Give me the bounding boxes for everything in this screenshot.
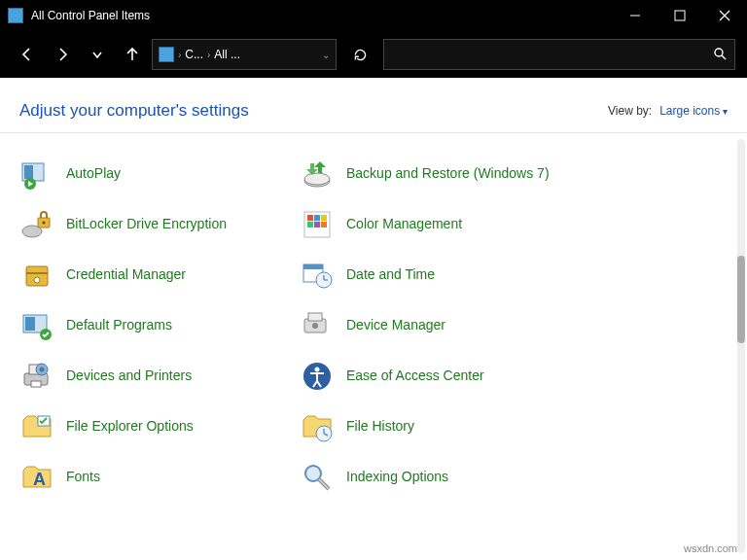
item-default-programs[interactable]: Default Programs — [19, 308, 272, 343]
item-file-history[interactable]: File History — [300, 409, 552, 444]
svg-rect-1 — [675, 11, 685, 20]
item-label: Devices and Printers — [66, 368, 192, 385]
autoplay-icon — [19, 157, 54, 192]
item-backup-restore[interactable]: Backup and Restore (Windows 7) — [300, 157, 552, 192]
item-bitlocker[interactable]: BitLocker Drive Encryption — [19, 207, 272, 242]
item-label: Device Manager — [346, 317, 445, 334]
control-panel-icon — [8, 8, 23, 23]
item-fonts[interactable]: A Fonts — [19, 460, 272, 495]
control-panel-icon — [159, 47, 174, 62]
item-device-manager[interactable]: Device Manager — [300, 308, 552, 343]
ease-of-access-icon — [300, 359, 335, 394]
item-label: Date and Time — [346, 266, 435, 284]
item-ease-of-access[interactable]: Ease of Access Center — [300, 359, 552, 394]
breadcrumb-item[interactable]: C... — [185, 48, 203, 61]
item-date-time[interactable]: Date and Time — [300, 258, 552, 293]
close-button[interactable] — [702, 0, 747, 31]
item-label: Ease of Access Center — [346, 368, 484, 385]
item-label: File History — [346, 418, 414, 436]
item-credential-manager[interactable]: Credential Manager — [19, 258, 272, 293]
svg-rect-19 — [314, 222, 320, 228]
refresh-button[interactable] — [340, 39, 379, 70]
svg-rect-17 — [321, 215, 327, 221]
item-label: Default Programs — [66, 317, 172, 334]
chevron-right-icon: › — [178, 50, 181, 60]
file-history-icon — [300, 409, 335, 444]
bitlocker-icon — [19, 207, 54, 242]
maximize-button[interactable] — [658, 0, 702, 31]
svg-rect-33 — [308, 313, 322, 321]
svg-point-23 — [34, 277, 40, 283]
forward-button[interactable] — [47, 39, 78, 70]
scrollbar-thumb[interactable] — [737, 256, 745, 343]
minimize-button[interactable] — [613, 0, 658, 31]
svg-line-5 — [722, 55, 726, 59]
svg-rect-25 — [303, 264, 323, 269]
svg-rect-22 — [26, 272, 48, 274]
file-explorer-options-icon — [19, 409, 54, 444]
item-label: Credential Manager — [66, 266, 186, 284]
item-label: AutoPlay — [66, 165, 121, 183]
window-title: All Control Panel Items — [31, 9, 613, 22]
devices-printers-icon — [19, 359, 54, 394]
svg-line-49 — [319, 479, 329, 489]
watermark: wsxdn.com — [684, 542, 737, 554]
item-label: BitLocker Drive Encryption — [66, 216, 227, 233]
item-label: File Explorer Options — [66, 418, 194, 436]
svg-text:A: A — [33, 470, 46, 489]
search-icon — [713, 47, 727, 63]
date-time-icon — [300, 258, 335, 293]
content-header: Adjust your computer's settings View by:… — [0, 78, 747, 133]
search-box[interactable] — [383, 39, 735, 70]
item-color-management[interactable]: Color Management — [300, 207, 552, 242]
fonts-icon: A — [19, 460, 54, 495]
svg-point-41 — [315, 368, 320, 372]
item-autoplay[interactable]: AutoPlay — [19, 157, 272, 192]
svg-point-47 — [305, 466, 321, 481]
default-programs-icon — [19, 308, 54, 343]
navigation-bar: › C... › All ... ⌄ — [0, 31, 747, 78]
item-label: Fonts — [66, 469, 100, 486]
backup-restore-icon — [300, 157, 335, 192]
device-manager-icon — [300, 308, 335, 343]
item-label: Color Management — [346, 216, 462, 233]
svg-rect-16 — [314, 215, 320, 221]
recent-locations-button[interactable] — [82, 39, 113, 70]
page-title: Adjust your computer's settings — [19, 101, 249, 121]
title-bar: All Control Panel Items — [0, 0, 747, 31]
svg-rect-18 — [307, 222, 313, 228]
svg-rect-7 — [24, 165, 33, 179]
item-file-explorer-options[interactable]: File Explorer Options — [19, 409, 272, 444]
item-devices-printers[interactable]: Devices and Printers — [19, 359, 272, 394]
svg-point-39 — [40, 368, 45, 372]
breadcrumb-item[interactable]: All ... — [214, 48, 240, 61]
back-button[interactable] — [12, 39, 43, 70]
svg-point-13 — [43, 222, 46, 225]
color-management-icon — [300, 207, 335, 242]
view-by-label: View by: — [608, 104, 652, 118]
indexing-options-icon — [300, 460, 335, 495]
chevron-right-icon: › — [207, 50, 210, 60]
item-label: Backup and Restore (Windows 7) — [346, 165, 550, 183]
items-grid: AutoPlay Backup and Restore (Windows 7) … — [19, 157, 728, 495]
credential-manager-icon — [19, 258, 54, 293]
svg-rect-15 — [307, 215, 313, 221]
up-button[interactable] — [117, 39, 148, 70]
svg-point-4 — [715, 49, 723, 56]
address-bar[interactable]: › C... › All ... ⌄ — [152, 39, 337, 70]
chevron-down-icon[interactable]: ⌄ — [322, 50, 330, 60]
item-indexing-options[interactable]: Indexing Options — [300, 460, 552, 495]
item-label: Indexing Options — [346, 469, 448, 486]
view-by-dropdown[interactable]: Large icons — [659, 104, 728, 118]
vertical-scrollbar[interactable] — [737, 139, 745, 553]
content-area: AutoPlay Backup and Restore (Windows 7) … — [0, 133, 747, 559]
svg-point-10 — [304, 173, 330, 185]
svg-point-34 — [312, 323, 318, 329]
svg-rect-37 — [31, 381, 41, 387]
svg-rect-20 — [321, 222, 327, 228]
svg-rect-30 — [25, 317, 35, 331]
